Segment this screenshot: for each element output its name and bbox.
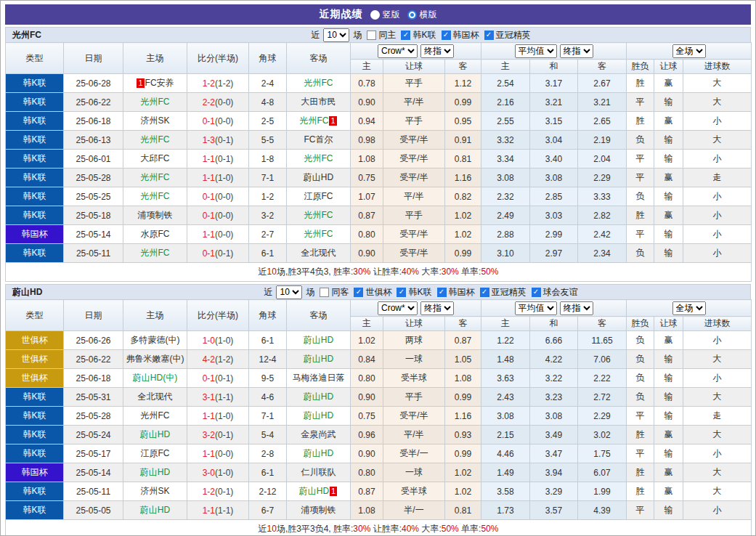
- date-cell: 25-06-01: [64, 150, 123, 168]
- filter-checkbox[interactable]: ✓: [354, 288, 363, 297]
- fulltime-score: 0-1: [203, 211, 215, 221]
- fulltime-score: 1-1: [203, 173, 215, 183]
- average-odds-cell: 2.65: [578, 112, 627, 131]
- result-outcome-cell: 负: [627, 369, 654, 388]
- column-header: 客场: [287, 43, 351, 74]
- league-type-cell: 韩K联: [6, 501, 64, 520]
- radio-checked-icon[interactable]: [407, 10, 417, 20]
- league-type-cell: 韩K联: [6, 150, 64, 168]
- sub-column-header: 让球: [654, 60, 683, 74]
- column-header: 类型: [6, 300, 64, 331]
- date-cell: 25-06-28: [64, 74, 123, 93]
- handicap-odds-cell: 0.99: [445, 244, 481, 263]
- home-team-cell: 光州FC: [123, 168, 187, 187]
- team-name-text: 江原FC: [141, 448, 170, 458]
- result-goals-cell: 小: [683, 369, 752, 388]
- match-row: 韩国杯25-05-14蔚山HD3-0(1-0)6-1仁川联队0.80一球1.02…: [6, 463, 752, 482]
- odds-stage-select-2[interactable]: 终指: [560, 301, 593, 315]
- match-row: 韩K联25-06-22光州FC2-2(0-0)4-8大田市民0.90平/半0.9…: [6, 93, 752, 112]
- handicap-odds-cell: 0.82: [445, 187, 481, 206]
- result-outcome-cell: 平: [627, 444, 654, 463]
- result-goals-cell: 大: [683, 131, 752, 150]
- average-select[interactable]: 平均值: [515, 301, 557, 315]
- date-cell: 25-05-17: [64, 444, 123, 463]
- corners-cell: 4-8: [249, 93, 287, 112]
- filter-checkbox[interactable]: ✓: [532, 288, 541, 297]
- layout-option-horizontal[interactable]: 横版: [407, 9, 437, 21]
- filter-checkbox[interactable]: [320, 288, 329, 297]
- fulltime-score: 1-1: [203, 449, 215, 459]
- result-handicap-cell: 赢: [654, 463, 683, 482]
- handicap-odds-cell: 0.93: [445, 426, 481, 444]
- result-outcome-cell: 胜: [627, 463, 654, 482]
- summary-text: 让胜率:: [370, 267, 402, 277]
- handicap-odds-cell: 1.05: [445, 350, 481, 369]
- match-row: 韩K联25-05-17江原FC1-1(0-0)2-8蔚山HD0.90受半/一0.…: [6, 444, 752, 463]
- filter-checkbox[interactable]: ✓: [480, 288, 489, 297]
- odds-stage-select[interactable]: 终指: [420, 301, 454, 315]
- match-row: 韩K联25-05-05蔚山HD1-1(1-1)6-7浦项制铁1.08半/一0.8…: [6, 501, 752, 520]
- recent-count-select[interactable]: 10: [276, 285, 302, 299]
- handicap-odds-cell: 0.99: [445, 388, 481, 407]
- match-scope-select[interactable]: 全场: [672, 44, 706, 58]
- filter-checkbox[interactable]: ✓: [401, 31, 410, 40]
- games-label: 场: [306, 286, 314, 299]
- match-scope-select[interactable]: 全场: [672, 301, 706, 315]
- average-odds-cell: 1.48: [481, 350, 530, 369]
- league-type-cell: 韩K联: [6, 93, 64, 112]
- filter-checkbox[interactable]: ✓: [484, 31, 494, 40]
- team-name-text: FC首尔: [304, 134, 333, 145]
- average-odds-cell: 6.07: [578, 463, 627, 482]
- away-team-cell: 蔚山HD: [287, 444, 351, 463]
- halftime-score: (0-1): [215, 373, 233, 383]
- home-team-cell: 弗鲁米嫩塞(中): [123, 350, 187, 369]
- layout-option-vertical[interactable]: 竖版: [370, 9, 400, 21]
- filter-label: 韩K联: [412, 29, 436, 41]
- average-odds-cell: 3.08: [530, 407, 578, 426]
- odds-stage-select[interactable]: 终指: [420, 44, 454, 58]
- result-goals-cell: 小: [683, 225, 752, 244]
- average-odds-header: 平均值终指: [481, 300, 627, 317]
- average-odds-cell: 3.21: [578, 93, 627, 112]
- team-name-text: 浦项制铁: [138, 210, 173, 220]
- league-type-cell: 韩K联: [6, 426, 64, 444]
- odds-stage-select-2[interactable]: 终指: [560, 44, 593, 58]
- match-row: 韩K联25-05-11光州FC0-1(0-1)6-1全北现代0.90受平/半0.…: [6, 244, 752, 263]
- handicap-line-cell: 平/半: [383, 93, 445, 112]
- rank-badge: 1: [330, 487, 337, 496]
- score-cell: 0-1(0-0): [187, 112, 249, 131]
- bookmaker-select[interactable]: Crow*: [378, 301, 418, 315]
- date-cell: 25-05-28: [64, 168, 123, 187]
- handicap-line-cell: 两球: [383, 331, 445, 350]
- result-goals-cell: 大: [683, 74, 752, 93]
- scope-header: 全场: [627, 43, 752, 60]
- average-select[interactable]: 平均值: [515, 44, 557, 58]
- summary-row: 近10场,胜3平3负4, 胜率:30% 让胜率:40% 大率:50% 单率:50…: [6, 520, 752, 536]
- result-goals-cell: 大: [683, 388, 752, 407]
- summary-text: 40%: [402, 524, 419, 534]
- filter-checkbox[interactable]: ✓: [397, 288, 406, 297]
- result-handicap-cell: 赢: [654, 206, 683, 225]
- result-goals-cell: 小: [683, 187, 752, 206]
- halftime-score: (0-1): [215, 154, 233, 164]
- recent-count-select[interactable]: 10: [323, 28, 349, 42]
- radio-unchecked-icon[interactable]: [370, 10, 380, 20]
- away-team-cell: 光州FC: [287, 206, 351, 225]
- filter-checkbox[interactable]: [367, 31, 376, 40]
- summary-text: 单率:: [459, 524, 481, 534]
- average-odds-cell: 3.21: [530, 93, 578, 112]
- home-team-cell: 江原FC: [123, 444, 187, 463]
- filter-checkbox[interactable]: ✓: [442, 31, 451, 40]
- average-odds-cell: 3.32: [481, 131, 530, 150]
- average-odds-cell: 3.40: [530, 150, 578, 168]
- halftime-score: (1-0): [215, 173, 233, 183]
- bookmaker-select[interactable]: Crow*: [378, 44, 418, 58]
- match-row: 韩K联25-06-01大邱FC1-1(0-1)1-8光州FC1.08受平/半0.…: [6, 150, 752, 168]
- team-name-text: 江原FC: [304, 191, 333, 201]
- summary-text: 让胜率:: [370, 524, 402, 534]
- handicap-odds-cell: 1.02: [445, 482, 481, 501]
- average-odds-cell: 3.29: [530, 482, 578, 501]
- summary-text: 10: [267, 524, 277, 534]
- result-outcome-cell: 胜: [627, 206, 654, 225]
- filter-checkbox[interactable]: ✓: [437, 288, 447, 297]
